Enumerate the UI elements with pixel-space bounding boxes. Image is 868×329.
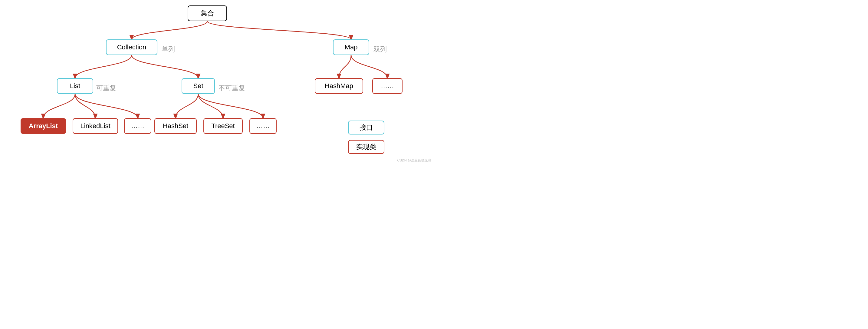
label-repeatable: 可重复 bbox=[96, 84, 116, 93]
node-set-etc: …… bbox=[249, 118, 277, 134]
node-arraylist: ArrayList bbox=[21, 118, 66, 134]
node-collection: Collection bbox=[106, 39, 157, 55]
node-linkedlist: LinkedList bbox=[73, 118, 118, 134]
node-map-etc: …… bbox=[372, 78, 403, 94]
node-list: List bbox=[57, 78, 93, 94]
node-root-collection: 集合 bbox=[188, 5, 227, 21]
legend-interface: 接口 bbox=[348, 120, 384, 135]
watermark: CSDN @淡蓝色玫瑰廊 bbox=[397, 158, 431, 163]
legend-impl: 实现类 bbox=[348, 140, 384, 154]
label-double: 双列 bbox=[373, 45, 387, 54]
node-hashset: HashSet bbox=[154, 118, 197, 134]
label-non-repeatable: 不可重复 bbox=[218, 84, 245, 93]
node-hashmap: HashMap bbox=[315, 78, 363, 94]
node-list-etc: …… bbox=[124, 118, 151, 134]
node-map: Map bbox=[333, 39, 369, 55]
label-single: 单列 bbox=[162, 45, 175, 54]
diagram-container: 集合 Collection 单列 Map 双列 List 可重复 Set 不可重… bbox=[0, 0, 434, 165]
node-set: Set bbox=[182, 78, 215, 94]
node-treeset: TreeSet bbox=[204, 118, 243, 134]
